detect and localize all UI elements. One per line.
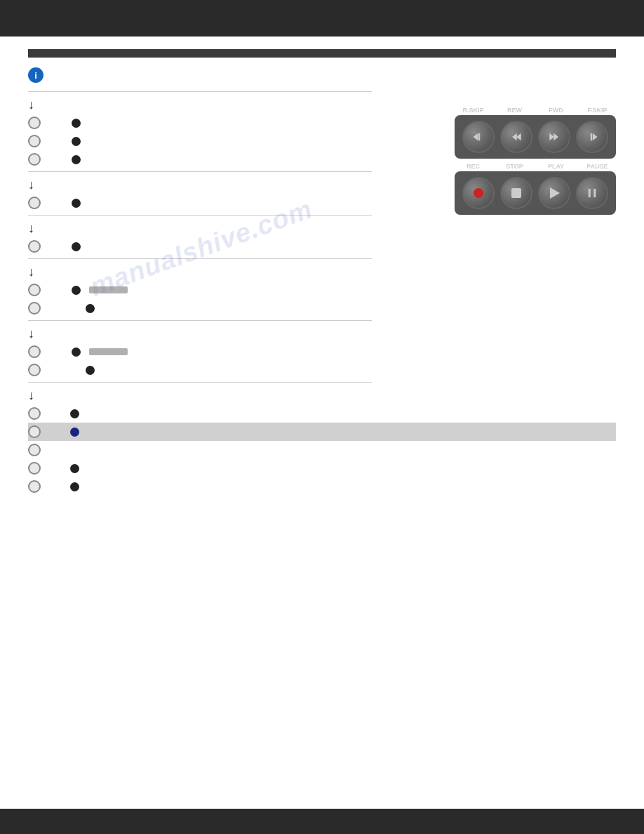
list-row (28, 459, 616, 477)
label-play: PLAY (537, 163, 575, 170)
remote-top-row (455, 115, 616, 159)
divider-5 (28, 320, 372, 321)
list-row-spacer (28, 441, 616, 459)
radio-7-2[interactable] (28, 425, 41, 438)
bullet-5-2 (86, 304, 95, 313)
remote-stop-button[interactable] (500, 177, 532, 209)
radio-6-1[interactable] (28, 345, 41, 358)
arrow-down-3: ↓ (28, 178, 34, 192)
remote-label-row-top: R.SKIP REW FWD F.SKIP (455, 107, 616, 114)
remote-rec-button[interactable] (462, 177, 495, 209)
list-row (28, 361, 616, 379)
bullet-7-4 (70, 464, 79, 473)
radio-2-2[interactable] (28, 135, 41, 147)
divider-3 (28, 215, 372, 216)
label-pause: PAUSE (579, 163, 616, 170)
svg-rect-1 (478, 133, 480, 141)
play-triangle (550, 187, 560, 199)
section-5: ↓ (28, 262, 616, 321)
remote-panel: R.SKIP REW FWD F.SKIP REC STOP (455, 107, 616, 215)
divider-4 (28, 258, 372, 259)
arrow-row-7: ↓ (28, 385, 616, 404)
radio-7-5[interactable] (28, 480, 41, 493)
bullet-4-1 (72, 242, 81, 251)
remote-fwd-button[interactable] (538, 121, 570, 153)
main-content: i ↓ ↓ ↓ (0, 37, 644, 539)
section-heading (28, 49, 616, 58)
remote-play-button[interactable] (538, 177, 570, 209)
remote-bottom-row (455, 171, 616, 215)
remote-rew-button[interactable] (500, 121, 532, 153)
bullet-7-1 (70, 409, 79, 418)
arrow-down-4: ↓ (28, 221, 34, 236)
section-7: ↓ (28, 385, 616, 496)
top-divider (28, 91, 372, 92)
label-rew: REW (496, 107, 533, 114)
bullet-6-1 (72, 348, 81, 357)
label-rskip: R.SKIP (455, 107, 492, 114)
bullet-2-2 (72, 137, 81, 146)
radio-7-4[interactable] (28, 462, 41, 475)
remote-label-row-bottom: REC STOP PLAY PAUSE (455, 163, 616, 170)
svg-marker-5 (554, 133, 558, 141)
radio-7-1[interactable] (28, 407, 41, 420)
radio-4-1[interactable] (28, 240, 41, 253)
label-rec: REC (455, 163, 492, 170)
bullet-3-1 (72, 199, 81, 208)
rec-dot (474, 188, 483, 198)
svg-rect-9 (593, 189, 596, 197)
svg-marker-4 (549, 133, 554, 141)
list-row (28, 237, 616, 256)
bullet-6-2 (86, 366, 95, 375)
list-row (28, 343, 616, 361)
footer-bar (0, 809, 644, 834)
label-fskip: F.SKIP (579, 107, 616, 114)
list-row (28, 281, 616, 299)
radio-5-1[interactable] (28, 284, 41, 296)
info-row: i (28, 65, 616, 86)
remote-fskip-button[interactable] (576, 121, 608, 153)
svg-rect-8 (589, 189, 591, 197)
header-bar (0, 0, 644, 37)
label-stop: STOP (496, 163, 533, 170)
arrow-row-5: ↓ (28, 262, 616, 281)
gray-rect-6-1 (89, 348, 128, 355)
list-row (28, 299, 616, 317)
list-row-shaded (28, 423, 616, 441)
radio-7-3[interactable] (28, 444, 41, 456)
list-row (28, 404, 616, 423)
arrow-down-7: ↓ (28, 388, 34, 403)
bullet-7-5 (70, 482, 79, 491)
svg-rect-7 (591, 133, 592, 141)
bullet-2-1 (72, 119, 81, 128)
arrow-down-5: ↓ (28, 265, 34, 279)
radio-2-3[interactable] (28, 153, 41, 166)
bullet-2-3 (72, 155, 81, 164)
radio-3-1[interactable] (28, 197, 41, 209)
remote-pause-button[interactable] (576, 177, 608, 209)
section-4: ↓ (28, 218, 616, 259)
gray-rect-5-1 (89, 286, 128, 293)
arrow-row-4: ↓ (28, 218, 616, 237)
bullet-7-2-blue (70, 428, 79, 437)
label-fwd: FWD (537, 107, 575, 114)
svg-marker-3 (516, 133, 521, 141)
bullet-5-1 (72, 286, 81, 295)
radio-5-2[interactable] (28, 302, 41, 315)
divider-2 (28, 171, 372, 172)
remote-rskip-button[interactable] (462, 121, 495, 153)
radio-2-1[interactable] (28, 117, 41, 129)
radio-6-2[interactable] (28, 364, 41, 376)
arrow-down-2: ↓ (28, 98, 34, 112)
list-row (28, 477, 616, 496)
svg-marker-6 (593, 133, 598, 141)
arrow-down-6: ↓ (28, 326, 34, 341)
section-6: ↓ (28, 324, 616, 383)
info-icon: i (28, 67, 43, 83)
stop-square (511, 188, 521, 198)
svg-marker-2 (512, 133, 517, 141)
arrow-row-6: ↓ (28, 324, 616, 343)
svg-marker-0 (474, 133, 478, 141)
divider-6 (28, 382, 372, 383)
